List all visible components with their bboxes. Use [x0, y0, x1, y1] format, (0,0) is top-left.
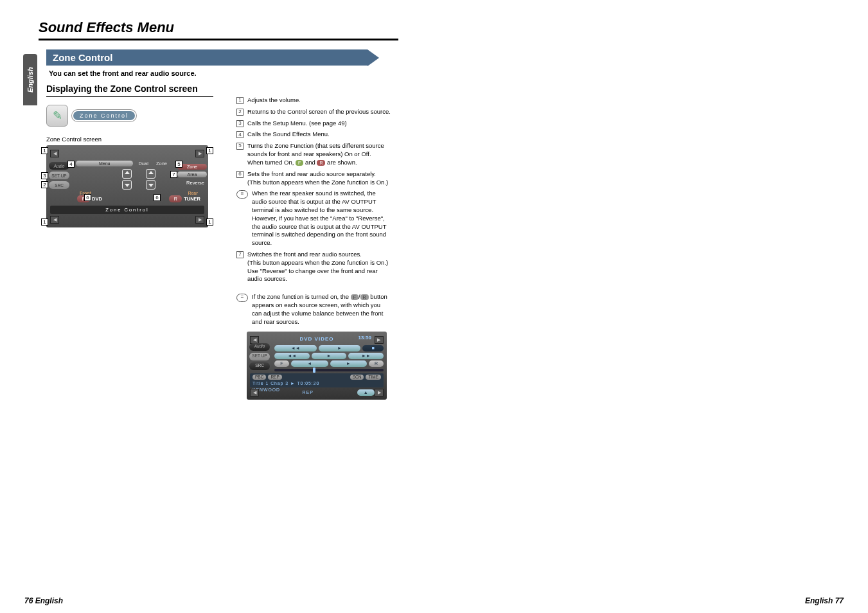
callout-7: 7	[170, 171, 177, 178]
desc-5: Turns the Zone Function (that sets diffe…	[247, 142, 391, 166]
page-number-left: 76 English	[24, 596, 63, 605]
f-balance-button[interactable]: F	[274, 360, 289, 367]
prev-button[interactable]: ◄◄	[274, 353, 310, 359]
desc-3: Calls the Setup Menu. (see page 49)	[247, 120, 347, 128]
audio-tab[interactable]: Audio	[49, 162, 69, 170]
front-up-button[interactable]	[122, 169, 132, 179]
stop-button[interactable]: ■	[362, 345, 384, 351]
callout-4: 4	[67, 161, 75, 168]
zone-control-pill[interactable]: Zone Control	[73, 111, 135, 120]
screen-footer: Zone Control	[50, 206, 204, 214]
r-button-ref: R	[360, 294, 369, 300]
page-left-icon[interactable]: ◀	[250, 389, 259, 396]
desc-6: Sets the front and rear audio source sep…	[247, 170, 388, 187]
rep-chip[interactable]: REP	[268, 375, 281, 380]
f-button-ref: F	[351, 294, 359, 300]
vol-up-icon[interactable]: ▶	[195, 150, 204, 157]
note-icon: ≡	[236, 190, 248, 199]
subsection-title: Displaying the Zone Control screen	[46, 84, 213, 97]
desc-2: Returns to the Control screen of the pre…	[247, 108, 391, 116]
front-down-button[interactable]	[122, 180, 132, 190]
zone-control-screenshot: ◀ ▶ Audio SET UP SRC Menu Dual Zone	[46, 145, 208, 227]
rear-down-button[interactable]	[146, 180, 155, 190]
callout-6: 6	[154, 194, 161, 201]
setup-button[interactable]: SET UP	[49, 172, 69, 179]
src-button[interactable]: SRC	[249, 362, 270, 370]
callout-3: 3	[41, 172, 48, 179]
callout-ref-1: 1	[236, 97, 244, 104]
callout-ref-7: 7	[236, 251, 244, 258]
zone-label: Zone	[154, 160, 170, 167]
callout-2: 2	[41, 181, 48, 188]
section-subtitle: You can set the front and rear audio sou…	[49, 69, 383, 77]
up-arrow-button[interactable]: ▲	[357, 389, 375, 396]
balance-left[interactable]: ◄	[291, 360, 328, 367]
desc-4: Calls the Sound Effects Menu.	[247, 130, 330, 139]
front-src-name: DVD	[92, 196, 102, 202]
audio-icon: ✎	[46, 105, 68, 127]
next-button[interactable]: ►►	[348, 353, 384, 359]
screenshot-caption: Zone Control screen	[46, 136, 220, 143]
fwd-button[interactable]: ►	[319, 345, 361, 351]
rear-label: Rear	[188, 191, 198, 195]
callout-ref-2: 2	[236, 109, 244, 116]
callout-ref-4: 4	[236, 131, 244, 138]
page-title: Sound Effects Menu	[39, 19, 868, 36]
callout-1: 1	[41, 147, 48, 154]
page-right-icon[interactable]: ▶	[375, 389, 384, 396]
callout-5: 5	[175, 161, 182, 168]
zone-control-selector: ✎ Zone Control	[46, 105, 220, 127]
rew-button[interactable]: ◄◄	[274, 345, 317, 351]
playback-info: Title 1 Chap 3 ► T0:05:20	[252, 380, 381, 386]
desc-7: Switches the front and rear audio source…	[247, 251, 391, 283]
f-badge: F	[296, 160, 303, 166]
section-header: Zone Control	[46, 49, 368, 66]
src-button[interactable]: SRC	[49, 181, 69, 189]
dvd-title: DVD VIDEO	[299, 336, 333, 343]
area-button[interactable]: Area	[177, 172, 207, 177]
note-fr: If the zone function is turned on, the F…	[252, 293, 391, 326]
progress-bar[interactable]	[274, 369, 384, 371]
note-6: When the rear speaker sound is switched,…	[252, 190, 391, 247]
callout-ref-5: 5	[236, 143, 244, 150]
page-left-icon[interactable]: ◀	[50, 216, 59, 224]
callout-1: 1	[206, 218, 213, 226]
menu-chip[interactable]: Menu	[76, 161, 133, 166]
rear-up-button[interactable]	[146, 169, 155, 179]
callout-ref-6: 6	[236, 171, 244, 178]
callout-1: 1	[206, 147, 213, 154]
balance-right[interactable]: ►	[330, 360, 368, 367]
callout-ref-3: 3	[236, 120, 244, 127]
language-tab: English	[23, 54, 37, 105]
callout-6: 6	[84, 194, 91, 201]
rear-src-name: TUNER	[184, 196, 200, 202]
clock: 13:50	[359, 335, 371, 342]
audio-tab[interactable]: Audio	[249, 343, 270, 351]
title-underline	[39, 39, 398, 40]
vol-down-icon[interactable]: ◀	[50, 150, 59, 157]
time-chip[interactable]: TIME	[366, 375, 381, 380]
r-balance-button[interactable]: R	[369, 360, 384, 367]
page-number-right: English 77	[805, 596, 844, 605]
reverse-label: Reverse	[184, 179, 207, 186]
footer-label: REP	[259, 389, 357, 395]
page-right-icon[interactable]: ▶	[195, 216, 204, 224]
note-icon: ≡	[236, 294, 248, 302]
scn-chip[interactable]: SCN	[350, 375, 364, 380]
rear-src-badge[interactable]: R	[169, 195, 182, 202]
play-button[interactable]: ►	[312, 353, 347, 359]
r-badge: R	[317, 160, 325, 166]
desc-1: Adjusts the volume.	[247, 96, 301, 105]
vol-up-icon[interactable]: ▶	[375, 336, 384, 344]
setup-button[interactable]: SET UP	[249, 353, 270, 360]
dual-label: Dual	[136, 160, 150, 167]
pbc-chip[interactable]: PBC	[252, 375, 266, 380]
callout-1: 1	[41, 218, 48, 226]
dvd-video-screenshot: ◀ DVD VIDEO 13:50 ▶ Audio SET UP SRC ◄◄ …	[247, 332, 387, 400]
